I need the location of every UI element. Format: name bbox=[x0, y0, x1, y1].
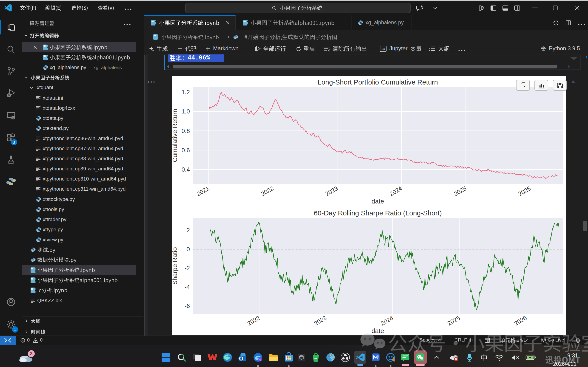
svg-text:-4: -4 bbox=[185, 284, 190, 291]
svg-text:2025: 2025 bbox=[453, 185, 468, 198]
svg-text:2022: 2022 bbox=[260, 185, 275, 198]
svg-text:-2: -2 bbox=[185, 265, 190, 271]
svg-text:2026: 2026 bbox=[513, 314, 528, 327]
svg-text:2024: 2024 bbox=[388, 185, 403, 198]
svg-text:0.8: 0.8 bbox=[182, 127, 190, 134]
svg-text:3: 3 bbox=[30, 351, 32, 356]
svg-text:date: date bbox=[371, 198, 384, 205]
svg-text:2023: 2023 bbox=[313, 314, 328, 327]
svg-text:0.6: 0.6 bbox=[182, 147, 190, 154]
svg-text:2023: 2023 bbox=[324, 185, 339, 198]
svg-text:2025: 2025 bbox=[446, 314, 461, 327]
svg-text:AI: AI bbox=[259, 359, 261, 361]
svg-text:1.2: 1.2 bbox=[182, 89, 190, 96]
svg-text:0.4: 0.4 bbox=[182, 166, 190, 173]
svg-text:60-Day Rolling Sharpe Ratio (L: 60-Day Rolling Sharpe Ratio (Long-Short) bbox=[314, 209, 442, 217]
svg-text:Cumulative Return: Cumulative Return bbox=[172, 109, 178, 162]
svg-text:2021: 2021 bbox=[195, 185, 210, 198]
svg-text:(x): (x) bbox=[382, 47, 385, 50]
svg-text:2: 2 bbox=[187, 227, 190, 234]
svg-text:0: 0 bbox=[187, 246, 190, 253]
svg-text:2024: 2024 bbox=[380, 314, 394, 327]
svg-text:2026: 2026 bbox=[517, 185, 532, 198]
svg-text:2022: 2022 bbox=[246, 314, 261, 327]
svg-text:1.0: 1.0 bbox=[182, 108, 190, 115]
svg-text:Long-Short Portfolio Cumulativ: Long-Short Portfolio Cumulative Return bbox=[318, 78, 438, 86]
svg-text:-6: -6 bbox=[185, 302, 190, 309]
svg-text:Sharpe Ratio: Sharpe Ratio bbox=[172, 247, 178, 284]
